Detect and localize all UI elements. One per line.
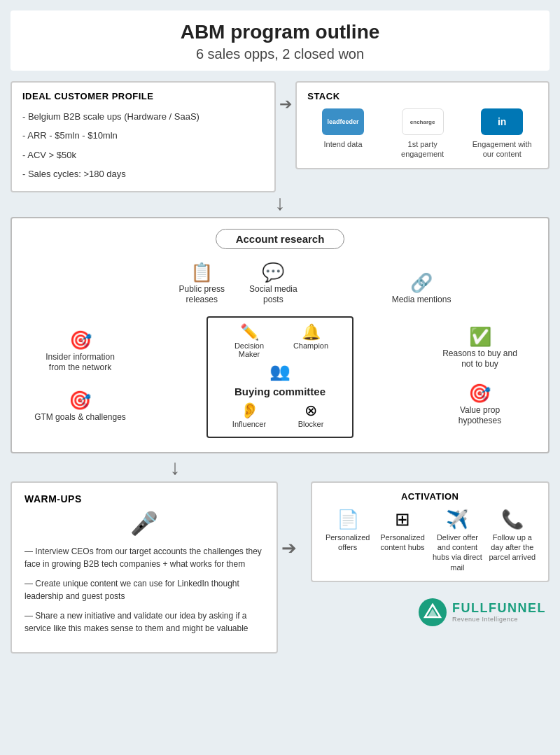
reasons-icon: ✅ — [469, 327, 491, 346]
followup-label: Follow up a day after the parcel arrived — [487, 532, 538, 563]
warmup-point-3: — Share a new initiative and validate ou… — [24, 609, 264, 635]
buying-committee-box: ✏️ DecisionMaker 🔔 Champion 👥 Buying com… — [206, 316, 354, 438]
deliver-label: Deliver offer and content hubs via direc… — [432, 532, 482, 572]
offers-icon: 📄 — [323, 510, 373, 528]
encharge-label: 1st party engagement — [387, 139, 458, 160]
icp-point-1: - Belgium B2B scale ups (Hardware / SaaS… — [22, 108, 264, 125]
bc-top-roles: ✏️ DecisionMaker 🔔 Champion — [218, 325, 342, 358]
stack-box: STACK leadfeeder Intend data encharge 1s… — [295, 81, 550, 169]
icp-point-3: - ACV > $50k — [22, 147, 264, 163]
icp-heading: IDEAL CUSTOMER PROFILE — [22, 91, 264, 101]
research-left-col: 🎯 Insider informationfrom the network 🎯 … — [26, 331, 134, 423]
activation-item-deliver: ✈️ Deliver offer and content hubs via di… — [432, 510, 482, 572]
linkedin-label: Engagement with our content — [466, 139, 538, 160]
activation-section: ACTIVATION 📄 Personalized offers ⊞ Perso… — [311, 481, 550, 626]
social-label: Social mediaposts — [249, 284, 298, 306]
research-item-mentions: 🔗 Media mentions — [392, 274, 451, 306]
decision-maker-icon: ✏️ — [218, 325, 280, 340]
research-item-social: 💬 Social mediaposts — [249, 263, 298, 306]
warmup-point-2: — Create unique content we can use for L… — [24, 577, 264, 602]
brand-tagline: Revenue Intelligence — [452, 616, 546, 623]
activation-box: ACTIVATION 📄 Personalized offers ⊞ Perso… — [311, 481, 550, 582]
champion-icon: 🔔 — [280, 325, 342, 340]
followup-icon: 📞 — [487, 510, 538, 528]
reasons-label: Reasons to buy andnot to buy — [442, 348, 517, 370]
offers-label: Personalized offers — [323, 532, 373, 553]
decision-maker-label: DecisionMaker — [218, 341, 280, 358]
encharge-logo: encharge — [402, 108, 444, 135]
research-item-insider: 🎯 Insider informationfrom the network — [46, 331, 115, 374]
warmups-heading: WARM-UPS — [24, 493, 264, 504]
bc-title: Buying committee — [218, 386, 342, 397]
leadfeeder-label: Intend data — [307, 139, 379, 149]
main-title: ABM program outline — [24, 21, 536, 43]
warmup-point-1: — Interview CEOs from our target account… — [24, 545, 264, 570]
leadfeeder-logo: leadfeeder — [322, 108, 364, 135]
fullfunnel-logo-icon — [424, 603, 442, 621]
valueprop-icon: 🎯 — [468, 384, 491, 402]
gtm-label: GTM goals & challenges — [34, 412, 126, 423]
icp-list: - Belgium B2B scale ups (Hardware / SaaS… — [22, 108, 264, 183]
icp-point-4: - Sales cycles: >180 days — [22, 166, 264, 182]
research-item-press: 📋 Public pressreleases — [179, 263, 225, 306]
insider-label: Insider informationfrom the network — [46, 352, 115, 374]
stack-logos: leadfeeder Intend data encharge 1st part… — [307, 108, 538, 160]
bc-bottom-roles: 👂 Influencer ⊗ Blocker — [218, 403, 342, 428]
research-title: Account research — [216, 229, 345, 249]
down-arrow-2: ↓ — [170, 456, 181, 479]
activation-heading: ACTIVATION — [323, 491, 538, 502]
page: ABM program outline 6 sales opps, 2 clos… — [0, 0, 560, 664]
brand-logo — [419, 598, 447, 626]
research-item-gtm: 🎯 GTM goals & challenges — [34, 391, 126, 423]
bc-people-icon-row: 👥 — [218, 362, 342, 381]
activation-item-hubs: ⊞ Personalized content hubs — [377, 510, 428, 572]
research-title-wrap: Account research — [26, 229, 534, 249]
warmups-to-activation-arrow: ➔ — [278, 537, 300, 559]
stack-item-leadfeeder: leadfeeder Intend data — [307, 108, 379, 149]
activation-item-offers: 📄 Personalized offers — [323, 510, 373, 572]
research-top-items: 📋 Public pressreleases 💬 Social mediapos… — [26, 263, 534, 306]
research-right-col: ✅ Reasons to buy andnot to buy 🎯 Value p… — [426, 327, 534, 427]
valueprop-label: Value prophypotheses — [458, 405, 501, 427]
insider-icon: 🎯 — [69, 331, 92, 349]
activation-items: 📄 Personalized offers ⊞ Personalized con… — [323, 510, 538, 572]
champion-label: Champion — [280, 341, 342, 350]
influencer-icon: 👂 — [218, 403, 280, 418]
linkedin-logo: in — [481, 108, 523, 135]
arrow-to-warmups: ↓ — [10, 457, 550, 478]
bc-role-blocker: ⊗ Blocker — [280, 403, 342, 428]
research-middle: 🎯 Insider informationfrom the network 🎯 … — [26, 316, 534, 438]
brand-name: FULLFUNNEL Revenue Intelligence — [452, 601, 546, 623]
title-box: ABM program outline 6 sales opps, 2 clos… — [10, 10, 550, 71]
icp-stack-row: IDEAL CUSTOMER PROFILE - Belgium B2B sca… — [10, 81, 550, 192]
blocker-label: Blocker — [280, 420, 342, 428]
warmups-icon: 🎤 — [24, 510, 264, 537]
activation-item-followup: 📞 Follow up a day after the parcel arriv… — [487, 510, 538, 572]
research-box: Account research 📋 Public pressreleases … — [10, 217, 550, 453]
mentions-icon: 🔗 — [410, 274, 433, 292]
sub-title: 6 sales opps, 2 closed won — [24, 46, 536, 62]
social-icon: 💬 — [262, 263, 284, 281]
hubs-icon: ⊞ — [377, 510, 428, 528]
deliver-icon: ✈️ — [432, 510, 482, 528]
bc-role-champion: 🔔 Champion — [280, 325, 342, 358]
warmups-box: WARM-UPS 🎤 — Interview CEOs from our tar… — [10, 481, 278, 654]
stack-item-encharge: encharge 1st party engagement — [387, 108, 458, 160]
people-icon: 👥 — [218, 362, 342, 381]
icp-point-2: - ARR - $5mln - $10mln — [22, 127, 264, 143]
blocker-icon: ⊗ — [280, 403, 342, 418]
stack-heading: STACK — [307, 91, 538, 101]
bc-role-decision-maker: ✏️ DecisionMaker — [218, 325, 280, 358]
warmups-activation-row: WARM-UPS 🎤 — Interview CEOs from our tar… — [10, 481, 550, 654]
influencer-label: Influencer — [218, 420, 280, 428]
brand-row: FULLFUNNEL Revenue Intelligence — [311, 593, 550, 626]
mentions-label: Media mentions — [392, 295, 451, 306]
research-item-reasons: ✅ Reasons to buy andnot to buy — [442, 327, 517, 370]
icp-box: IDEAL CUSTOMER PROFILE - Belgium B2B sca… — [10, 81, 276, 192]
press-label: Public pressreleases — [179, 284, 225, 306]
down-arrow-1: ↓ — [275, 191, 286, 215]
gtm-icon: 🎯 — [69, 391, 91, 409]
research-item-valueprop: 🎯 Value prophypotheses — [458, 384, 501, 427]
icp-to-stack-arrow: ➔ — [276, 95, 295, 113]
stack-item-linkedin: in Engagement with our content — [466, 108, 538, 160]
